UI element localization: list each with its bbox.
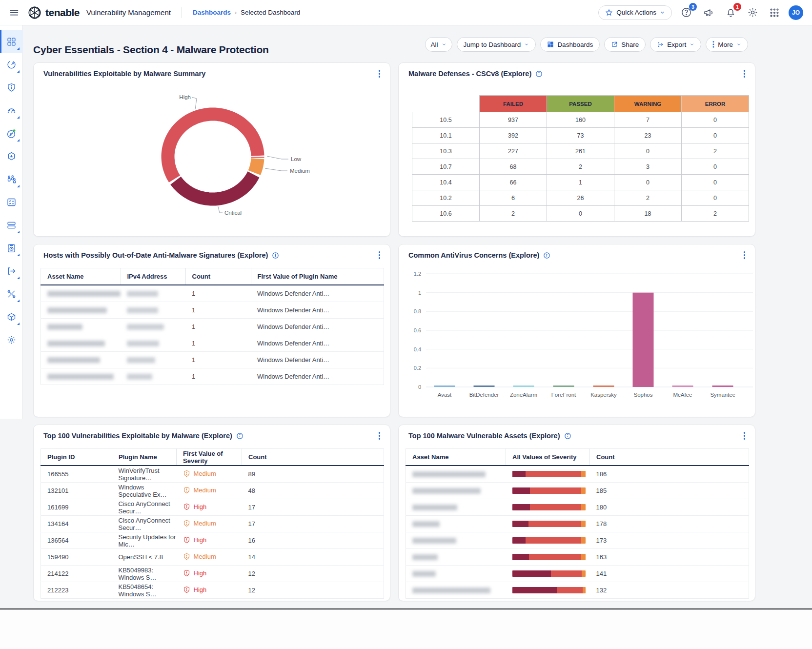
defenses-row[interactable]: 10.262620	[412, 190, 749, 206]
export-button[interactable]: Export	[650, 37, 701, 52]
vuln-row[interactable]: 166555 WinVerifyTrust Signature… Medium …	[41, 466, 384, 483]
widget-menu-kebab-icon[interactable]	[741, 67, 749, 81]
bar-bitdefender[interactable]	[474, 385, 495, 387]
apps-grid-icon[interactable]	[767, 5, 782, 20]
x-label-bitdefender: BitDefender	[469, 392, 499, 398]
donut-segment-critical[interactable]	[176, 175, 254, 200]
sidebar-item-settings[interactable]	[0, 328, 23, 351]
redacted-asset-name	[412, 488, 481, 494]
asset-row[interactable]: 173	[406, 532, 749, 549]
vuln-row[interactable]: 214122 KB5049983: Windows S… High 12	[41, 566, 384, 582]
sidebar-item-sensors[interactable]	[0, 305, 23, 328]
asset-row[interactable]: 141	[406, 566, 749, 582]
widget-title: Hosts with Possibly Out-of-Date Anti-Mal…	[43, 251, 268, 259]
menu-icon[interactable]	[7, 5, 21, 20]
sidebar-item-tools[interactable]	[0, 283, 23, 305]
vuln-row[interactable]: 161699 Cisco AnyConnect Secur… High 17	[41, 499, 384, 516]
sidebar-item-assets[interactable]	[0, 76, 23, 99]
sidebar-item-lumin[interactable]	[0, 99, 23, 122]
defenses-row[interactable]: 10.139273230	[412, 128, 749, 143]
widget-menu-kebab-icon[interactable]	[741, 429, 749, 443]
product-name: Vulnerability Management	[86, 8, 171, 17]
widget-menu-kebab-icon[interactable]	[376, 429, 384, 443]
tenable-logo[interactable]: tenable	[27, 5, 80, 20]
filter-all-button[interactable]: All	[425, 37, 452, 52]
defenses-row[interactable]: 10.322726102	[412, 143, 749, 159]
sidebar-item-policies[interactable]	[0, 191, 23, 214]
vuln-row[interactable]: 134164 Cisco AnyConnect Secur… Medium 17	[41, 516, 384, 532]
vuln-row[interactable]: 159490 OpenSSH < 7.8 Medium 14	[41, 549, 384, 566]
org-people-icon	[6, 174, 17, 184]
more-button[interactable]: More	[706, 37, 748, 52]
x-label-avast: Avast	[438, 392, 452, 398]
bar-forefront[interactable]	[553, 385, 574, 387]
donut-chart[interactable]: High Low Medium Critical	[34, 84, 390, 231]
user-avatar[interactable]: JO	[789, 5, 803, 20]
host-row[interactable]: 1 Windows Defender Anti…	[41, 302, 384, 319]
bar-kaspersky[interactable]	[593, 385, 614, 387]
sidebar-item-explore[interactable]	[0, 122, 23, 145]
bar-mcafee[interactable]	[672, 385, 693, 387]
asset-row[interactable]: 186	[406, 466, 749, 483]
sidebar-item-attack-path[interactable]	[0, 168, 23, 191]
host-row[interactable]: 1 Windows Defender Anti…	[41, 335, 384, 352]
chevron-down-icon	[524, 42, 529, 47]
notifications-bell-icon[interactable]: 1	[723, 5, 738, 20]
bar-symantec[interactable]	[712, 385, 733, 387]
sidebar-item-dashboards[interactable]	[0, 30, 23, 53]
antivirus-bar-chart[interactable]: 0 0.2 0.4 0.6 0.8 1 1.2AvastBitDefenderZ…	[399, 266, 755, 407]
defenses-col-warning: WARNING	[614, 96, 682, 112]
donut-segment-medium[interactable]	[254, 159, 258, 173]
info-icon[interactable]	[564, 432, 571, 440]
host-row[interactable]: 1 Windows Defender Anti…	[41, 368, 384, 385]
widget-menu-kebab-icon[interactable]	[741, 248, 749, 263]
host-row[interactable]: 1 Windows Defender Anti…	[41, 319, 384, 335]
redacted-asset-name	[412, 571, 436, 577]
sidebar-item-inventory[interactable]	[0, 145, 23, 168]
tenable-knot-icon	[27, 5, 42, 20]
vuln-row[interactable]: 136564 Security Updates for Mic… High 16	[41, 532, 384, 549]
severity-shield-icon	[183, 503, 190, 510]
info-icon[interactable]	[236, 432, 244, 440]
vuln-row[interactable]: 132101 Windows Speculative Ex… Medium 48	[41, 483, 384, 499]
donut-label-high: High	[179, 94, 191, 100]
announcements-icon[interactable]	[701, 5, 716, 20]
help-icon[interactable]: 3	[679, 5, 694, 20]
redacted-asset-name	[412, 554, 438, 560]
bar-avast[interactable]	[434, 385, 455, 387]
widget-menu-kebab-icon[interactable]	[376, 67, 384, 81]
tools-icon	[6, 289, 17, 299]
defenses-row[interactable]: 10.593716070	[412, 112, 749, 128]
bar-zonealarm[interactable]	[513, 385, 534, 387]
defenses-row[interactable]: 10.466100	[412, 175, 749, 190]
donut-segment-high[interactable]	[168, 114, 258, 179]
dashboards-button[interactable]: Dashboards	[540, 37, 600, 52]
sidebar-item-scans[interactable]	[0, 214, 23, 237]
quick-actions-button[interactable]: Quick Actions	[598, 5, 672, 20]
defenses-row[interactable]: 10.768230	[412, 159, 749, 175]
host-row[interactable]: 1 Windows Defender Anti…	[41, 285, 384, 302]
info-icon[interactable]	[272, 252, 279, 259]
host-row[interactable]: 1 Windows Defender Anti…	[41, 352, 384, 368]
sidebar-item-exports[interactable]	[0, 260, 23, 283]
info-icon[interactable]	[543, 252, 550, 259]
defenses-row[interactable]: 10.620182	[412, 206, 749, 222]
sidebar-item-reports[interactable]	[0, 237, 23, 260]
sidebar-item-findings[interactable]	[0, 53, 23, 76]
asset-row[interactable]: 163	[406, 549, 749, 566]
info-icon[interactable]	[535, 70, 543, 78]
jump-to-dashboard-button[interactable]: Jump to Dashboard	[457, 37, 536, 52]
widget-menu-kebab-icon[interactable]	[376, 248, 384, 263]
divider	[182, 7, 182, 18]
vuln-row[interactable]: 212223 KB5048654: Windows S… High 12	[41, 582, 384, 599]
asset-row[interactable]: 178	[406, 516, 749, 532]
bar-sophos[interactable]	[633, 293, 654, 387]
widget-top-malware-vulnerable-assets: Top 100 Malware Vulnerable Assets (Explo…	[398, 425, 755, 601]
share-button[interactable]: Share	[604, 37, 646, 52]
settings-gear-icon[interactable]	[745, 5, 760, 20]
asset-row[interactable]: 132	[406, 582, 749, 599]
asset-row[interactable]: 180	[406, 499, 749, 516]
x-label-sophos: Sophos	[633, 392, 652, 398]
breadcrumb-dashboards[interactable]: Dashboards	[193, 9, 231, 16]
asset-row[interactable]: 185	[406, 483, 749, 499]
